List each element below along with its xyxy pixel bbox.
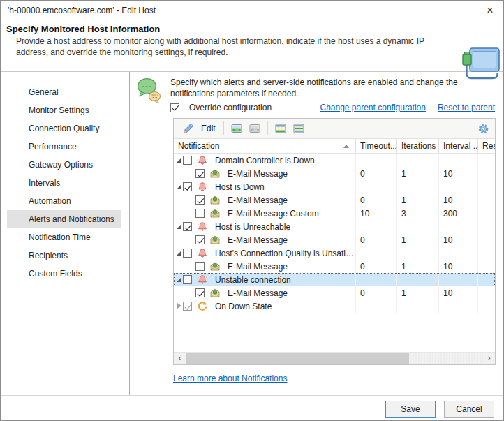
email-icon [209,235,221,246]
expander-icon[interactable] [175,246,183,260]
column-header-timeout[interactable]: Timeout... [355,139,396,153]
column-header-interval[interactable]: Interval ... [438,139,477,153]
sidebar-item-automation[interactable]: Automation [7,192,121,210]
row-checkbox[interactable] [195,262,205,271]
group-collapse-icon[interactable] [293,123,304,134]
sidebar-item-general[interactable]: General [7,83,121,101]
restart-cell [477,207,495,220]
row-checkbox[interactable] [183,156,192,165]
timeout-cell: 0 [355,233,396,246]
row-checkbox[interactable] [183,182,192,191]
override-checkbox[interactable] [170,103,179,112]
restart-cell [477,300,495,313]
iterations-cell [396,246,438,260]
notification-label: Unstable connection [215,275,291,285]
sidebar-item-label: Intervals [29,178,60,188]
table-row[interactable]: E-Mail Message Custom 10 3 300 [174,207,495,220]
toolbar-separator [267,121,268,135]
sidebar-item-custom-fields[interactable]: Custom Fields [7,265,121,283]
iterations-cell: 1 [396,193,438,207]
notification-cell: E-Mail Message Custom [174,207,355,220]
scrollbar-thumb[interactable] [186,353,409,364]
notification-label: E-Mail Message [228,262,288,272]
dialog-body: GeneralMonitor SettingsConnection Qualit… [1,71,503,395]
expander-icon[interactable] [175,154,183,167]
row-checkbox[interactable] [195,235,205,244]
scroll-left-icon[interactable]: ‹ [174,353,186,364]
turn-on-icon[interactable]: ON [231,123,242,134]
table-row[interactable]: E-Mail Message 0 1 10 [174,260,495,273]
row-checkbox[interactable] [195,209,205,218]
row-checkbox[interactable] [183,302,192,311]
row-checkbox[interactable] [183,275,192,284]
expander-icon[interactable] [175,273,183,286]
table-row[interactable]: Host's Connection Quality is Unsatis... [174,246,495,260]
reset-to-parent-link[interactable]: Reset to parent [438,103,495,112]
table-row[interactable]: E-Mail Message 0 1 10 [174,193,495,207]
scroll-right-icon[interactable]: › [483,353,495,364]
table-row[interactable]: Unstable connection [174,273,495,286]
notification-cell: E-Mail Message [174,167,355,180]
column-header-rest[interactable]: Rest [477,139,495,153]
interval-cell [438,180,477,193]
sync-icon [197,301,208,312]
row-checkbox[interactable] [195,288,205,297]
sidebar-item-monitor-settings[interactable]: Monitor Settings [7,101,121,119]
notification-label: Host is Down [215,182,265,192]
expander-icon[interactable] [175,220,183,233]
sidebar-item-label: General [29,87,59,97]
table-row[interactable]: E-Mail Message 0 1 10 [174,286,495,300]
sidebar-item-performance[interactable]: Performance [7,138,121,156]
turn-off-icon[interactable]: OFF [249,123,260,134]
table-row[interactable]: E-Mail Message 0 1 10 [174,167,495,180]
horizontal-scrollbar[interactable]: ‹ › [174,352,495,364]
restart-cell [477,220,495,233]
timeout-cell [355,273,396,286]
table-row[interactable]: Domain Controller is Down [174,154,495,167]
override-label[interactable]: Override configuration [189,103,272,112]
gear-icon[interactable] [478,124,489,134]
table-row[interactable]: On Down State [174,300,495,313]
sidebar-item-gateway-options[interactable]: Gateway Options [7,156,121,174]
column-header-notification[interactable]: Notification [174,139,355,153]
row-checkbox[interactable] [183,249,192,258]
row-checkbox[interactable] [195,169,205,178]
dialog-header: Specify Monitored Host Information Provi… [1,24,503,71]
alert-bell-icon [197,182,208,193]
table-row[interactable]: Host is Unreachable [174,220,495,233]
alert-bell-icon [197,248,208,259]
notification-label: E-Mail Message [228,235,288,245]
column-header-iterations[interactable]: Iterations [396,139,438,153]
window-title: 'h-00000.emcosoftware.com' - Edit Host [8,6,156,15]
change-parent-configuration-link[interactable]: Change parent configuration [320,103,425,112]
sort-ascending-icon [343,145,349,148]
learn-more-link[interactable]: Learn more about Notifications [173,374,287,383]
expander-icon[interactable] [175,180,183,193]
group-expand-icon[interactable] [275,123,286,134]
notification-cell: E-Mail Message [174,193,355,207]
sidebar-item-recipients[interactable]: Recipients [7,246,121,265]
sidebar-item-alerts-and-notifications[interactable]: Alerts and Notifications [7,210,121,228]
table-header-row: NotificationTimeout...IterationsInterval… [174,139,495,154]
notification-cell: E-Mail Message [174,286,355,300]
row-checkbox[interactable] [195,195,205,205]
notification-label: Domain Controller is Down [215,156,315,165]
sidebar-item-notification-time[interactable]: Notification Time [7,228,121,246]
expander-icon[interactable] [175,300,183,313]
restart-cell [477,233,495,246]
table-row[interactable]: Host is Down [174,180,495,193]
email-icon [209,208,221,219]
sidebar-item-connection-quality[interactable]: Connection Quality [7,119,121,138]
iterations-cell [396,300,438,313]
edit-button[interactable]: Edit [177,121,220,135]
iterations-cell: 3 [396,207,438,220]
cancel-button[interactable]: Cancel [444,401,494,418]
interval-cell: 10 [438,167,477,180]
close-icon[interactable]: × [484,4,496,17]
interval-cell [438,246,477,260]
table-row[interactable]: E-Mail Message 0 1 10 [174,233,495,246]
sidebar-item-intervals[interactable]: Intervals [7,174,121,192]
row-checkbox[interactable] [183,222,192,231]
sidebar-item-label: Gateway Options [29,160,93,170]
save-button[interactable]: Save [385,401,436,418]
